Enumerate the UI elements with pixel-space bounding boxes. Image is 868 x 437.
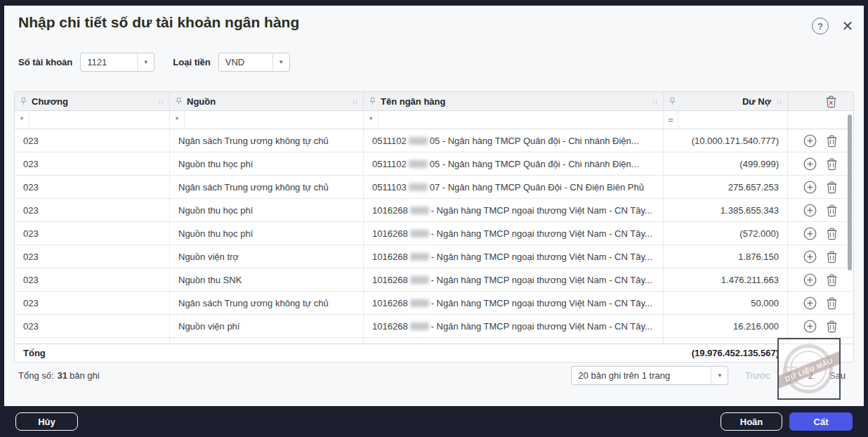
sort-icon[interactable]: ↑↓ <box>652 98 657 105</box>
cell-bank[interactable]: 1016268 - Ngân hàng TMCP ngoại thương Vi… <box>363 199 663 221</box>
filter-operator[interactable]: * <box>170 115 184 125</box>
delete-row-icon[interactable] <box>826 227 838 240</box>
cell-chuong[interactable]: 023 <box>15 268 169 291</box>
column-header-bank[interactable]: Tên ngân hàng ↑↓ <box>363 92 663 110</box>
column-label: Tên ngân hàng <box>381 96 445 107</box>
table-row[interactable]: 023 Nguồn thu SNK 1016268 - Ngân hàng TM… <box>15 268 853 292</box>
cell-du-no[interactable]: 50.000 <box>663 292 787 314</box>
cell-nguon[interactable]: Nguồn thu SNK <box>169 268 363 291</box>
filter-operator[interactable]: * <box>15 115 29 125</box>
cell-nguon[interactable]: Nguồn thu học phí <box>169 199 363 221</box>
cell-chuong[interactable]: 023 <box>15 176 169 198</box>
add-row-icon[interactable] <box>803 157 817 171</box>
add-row-icon[interactable] <box>803 273 817 287</box>
save-button[interactable]: Cất <box>789 412 853 431</box>
prev-page-button[interactable]: Trước <box>745 370 770 381</box>
column-header-du-no[interactable]: Dư Nợ ↑↓ <box>663 92 787 110</box>
table-row[interactable]: 023 Nguồn thu học phí 1016268 - Ngân hàn… <box>15 199 853 222</box>
pin-icon[interactable] <box>669 97 676 105</box>
filter-operator[interactable]: * <box>364 115 378 125</box>
cell-nguon[interactable]: Ngân sách Trung ương không tự chủ <box>169 129 363 152</box>
cell-nguon[interactable]: Nguồn viện phí <box>169 315 363 337</box>
table-row[interactable]: 023 Nguồn thu học phí 0511102 05 - Ngân … <box>15 152 853 176</box>
filter-operator[interactable]: = <box>664 115 678 125</box>
cell-nguon[interactable]: Ngân sách Trung ương không tự chủ <box>169 176 363 198</box>
filter-input-du-no[interactable] <box>678 111 787 129</box>
close-icon[interactable]: ✕ <box>839 17 857 35</box>
delete-all-icon[interactable]: × <box>825 95 837 108</box>
help-icon[interactable]: ? <box>812 18 829 34</box>
cell-chuong[interactable]: 023 <box>15 129 169 152</box>
cell-chuong[interactable]: 023 <box>15 292 169 314</box>
cell-bank[interactable]: 0511103 07 - Ngân hàng TMCP Quân Đội - C… <box>363 176 663 198</box>
cell-nguon[interactable]: Ngân sách Trung ương không tự chủ <box>169 292 363 314</box>
table-row[interactable]: 023 Ngân sách Trung ương không tự chủ 05… <box>15 176 853 199</box>
table-row[interactable]: 023 Nguồn viện trợ 1016268 - Ngân hàng T… <box>15 245 853 268</box>
column-header-chuong[interactable]: Chương ↑↓ <box>15 92 169 110</box>
column-header-nguon[interactable]: Nguồn ↑↓ <box>169 92 363 110</box>
cell-bank[interactable]: 1016268 - Ngân hàng TMCP ngoại thương Vi… <box>363 245 663 268</box>
cancel-button[interactable]: Hủy <box>15 412 78 431</box>
cell-nguon[interactable]: Nguồn viện trợ <box>169 245 363 268</box>
cell-du-no[interactable]: 1.876.150 <box>663 245 787 268</box>
pin-icon[interactable] <box>175 97 183 105</box>
delete-row-icon[interactable] <box>826 181 838 194</box>
cell-chuong[interactable]: 023 <box>15 315 169 337</box>
cell-chuong[interactable]: 023 <box>15 199 169 221</box>
add-row-icon[interactable] <box>803 227 817 240</box>
chevron-down-icon[interactable]: ▼ <box>272 53 289 71</box>
redacted-blur <box>409 183 428 191</box>
cell-nguon[interactable]: Nguồn thu học phí <box>169 222 363 244</box>
account-label: Số tài khoản <box>18 57 72 67</box>
cell-du-no[interactable]: 1.476.211.663 <box>663 268 787 291</box>
account-select[interactable]: 1121 ▼ <box>80 53 154 72</box>
cell-bank[interactable]: 1016268 - Ngân hàng TMCP ngoại thương Vi… <box>363 268 663 291</box>
table-row[interactable]: 023 Ngân sách Trung ương không tự chủ 10… <box>15 292 853 315</box>
vertical-scrollbar[interactable] <box>848 115 852 270</box>
cell-du-no[interactable]: (10.000.171.540.777) <box>663 129 787 152</box>
add-row-icon[interactable] <box>803 134 817 148</box>
page-size-select[interactable]: 20 bản ghi trên 1 trang ▼ <box>571 366 728 385</box>
cell-nguon[interactable]: Nguồn thu học phí <box>169 152 363 175</box>
sort-icon[interactable]: ↑↓ <box>776 98 782 105</box>
cell-bank[interactable]: 1016268 - Ngân hàng TMCP ngoại thương Vi… <box>363 222 663 244</box>
add-row-icon[interactable] <box>803 181 817 194</box>
delete-row-icon[interactable] <box>826 157 838 171</box>
cell-bank[interactable]: 1016268 - Ngân hàng TMCP ngoại thương Vi… <box>363 315 663 337</box>
cell-chuong[interactable]: 023 <box>15 152 169 175</box>
delete-row-icon[interactable] <box>826 204 838 217</box>
cell-bank[interactable]: 0511102 05 - Ngân hàng TMCP Quân đội - C… <box>363 129 663 152</box>
chevron-down-icon[interactable]: ▼ <box>137 53 154 71</box>
pin-icon[interactable] <box>369 97 376 105</box>
defer-button[interactable]: Hoãn <box>721 412 782 431</box>
filter-input-bank[interactable] <box>378 111 663 129</box>
cell-du-no[interactable]: (499.999) <box>663 152 787 175</box>
cell-du-no[interactable]: 275.657.253 <box>663 176 787 198</box>
cell-chuong[interactable]: 023 <box>15 245 169 268</box>
add-row-icon[interactable] <box>803 250 817 263</box>
currency-select[interactable]: VND ▼ <box>218 53 290 72</box>
delete-row-icon[interactable] <box>826 250 838 263</box>
chevron-down-icon[interactable]: ▼ <box>711 367 728 384</box>
delete-row-icon[interactable] <box>826 296 838 310</box>
filter-input-chuong[interactable] <box>29 111 169 129</box>
delete-row-icon[interactable] <box>826 134 838 148</box>
cell-du-no[interactable]: (572.000) <box>663 222 787 244</box>
delete-row-icon[interactable] <box>826 273 838 287</box>
add-row-icon[interactable] <box>803 296 817 310</box>
add-row-icon[interactable] <box>803 204 817 217</box>
cell-chuong[interactable]: 023 <box>15 222 169 244</box>
sort-icon[interactable]: ↑↓ <box>158 98 164 105</box>
add-row-icon[interactable] <box>803 320 817 333</box>
filter-input-nguon[interactable] <box>184 111 363 129</box>
cell-bank[interactable]: 1016268 - Ngân hàng TMCP ngoại thương Vi… <box>363 292 663 314</box>
table-row[interactable]: 023 Nguồn viện phí 1016268 - Ngân hàng T… <box>15 315 853 338</box>
cell-du-no[interactable]: 16.216.000 <box>663 315 787 337</box>
cell-bank[interactable]: 0511102 05 - Ngân hàng TMCP Quân đội - C… <box>363 152 663 175</box>
table-row[interactable]: 023 Ngân sách Trung ương không tự chủ 05… <box>15 129 853 152</box>
sort-icon[interactable]: ↑↓ <box>352 98 357 105</box>
cell-du-no[interactable]: 1.385.655.343 <box>663 199 787 221</box>
table-row[interactable]: 023 Nguồn thu học phí 1016268 - Ngân hàn… <box>15 222 853 245</box>
pin-icon[interactable] <box>20 97 27 105</box>
delete-row-icon[interactable] <box>826 320 838 333</box>
